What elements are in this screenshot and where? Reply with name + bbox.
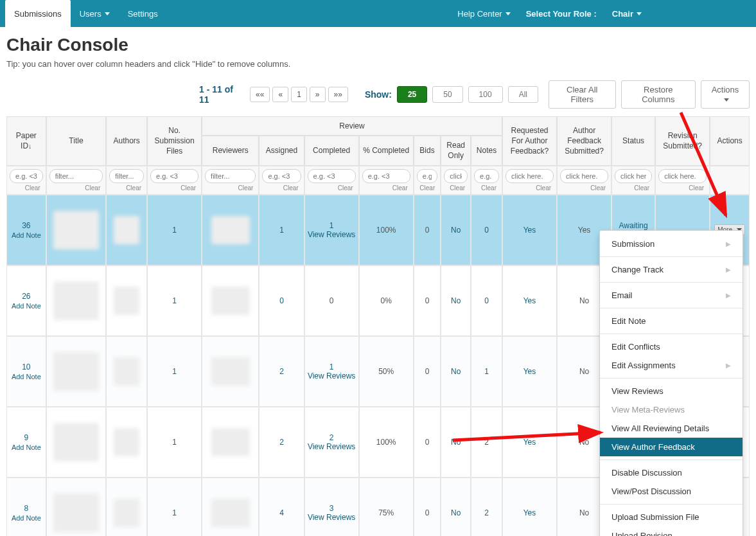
menu-email[interactable]: Email▶ [600,286,743,305]
req-feedback-link[interactable]: Yes [523,508,536,517]
notes-link[interactable]: 1 [484,367,489,376]
readonly-link[interactable]: No [451,226,461,235]
restore-columns-button[interactable]: Restore Columns [621,80,696,109]
menu-view-all-details[interactable]: View All Reviewing Details [600,419,743,438]
view-reviews-link[interactable]: View Reviews [308,230,355,239]
files-link[interactable]: 1 [172,296,177,305]
col-notes[interactable]: Notes [471,136,502,165]
filter-pct[interactable] [362,169,410,183]
clear-filter[interactable]: Clear [262,183,301,192]
readonly-link[interactable]: No [451,296,461,305]
col-authors[interactable]: Authors [106,116,147,166]
menu-upload-submission[interactable]: Upload Submission File [600,508,743,526]
files-link[interactable]: 1 [172,226,177,235]
paper-id-link[interactable]: 9 [10,433,43,442]
tab-submissions[interactable]: Submissions [5,0,71,27]
col-pct[interactable]: % Completed [359,136,414,165]
filter-files[interactable] [150,169,198,183]
menu-submission[interactable]: Submission▶ [600,235,743,253]
filter-assigned[interactable] [262,169,301,183]
filter-rev[interactable] [658,169,707,183]
col-status[interactable]: Status [611,116,655,166]
paper-id-link[interactable]: 36 [10,221,43,230]
col-sub-files[interactable]: No. Submission Files [147,116,202,166]
clear-filter[interactable]: Clear [109,183,144,192]
pagesize-100[interactable]: 100 [468,86,503,103]
menu-view-reviews[interactable]: View Reviews [600,382,743,400]
menu-edit-conflicts[interactable]: Edit Conflicts [600,337,743,356]
readonly-link[interactable]: No [451,508,461,517]
pager-last[interactable]: »» [328,87,348,102]
tab-users[interactable]: Users [71,0,119,27]
clear-filter[interactable]: Clear [444,183,468,192]
col-paper-id[interactable]: Paper ID↓ [6,116,46,166]
clear-filter[interactable]: Clear [560,183,608,192]
menu-edit-assignments[interactable]: Edit Assignments▶ [600,356,743,375]
add-note-link[interactable]: Add Note [10,373,43,380]
assigned-link[interactable]: 1 [279,226,284,235]
filter-title[interactable] [49,169,103,183]
files-link[interactable]: 1 [172,438,177,447]
assigned-link[interactable]: 0 [279,296,284,305]
add-note-link[interactable]: Add Note [10,443,43,451]
filter-completed[interactable] [308,169,356,183]
col-readonly[interactable]: Read Only [441,136,471,165]
req-feedback-link[interactable]: Yes [523,438,536,447]
tab-settings[interactable]: Settings [119,0,167,27]
clear-filter[interactable]: Clear [658,183,707,192]
notes-link[interactable]: 2 [484,438,489,447]
add-note-link[interactable]: Add Note [10,514,43,522]
assigned-link[interactable]: 4 [279,508,284,517]
paper-id-link[interactable]: 10 [10,362,43,371]
filter-bids[interactable] [417,169,438,183]
col-feedback-sub[interactable]: Author Feedback Submitted? [557,116,611,166]
clear-filter[interactable]: Clear [362,183,410,192]
menu-view-post-discussion[interactable]: View/Post Discussion [600,482,743,501]
col-title[interactable]: Title [46,116,107,166]
add-note-link[interactable]: Add Note [10,231,43,239]
view-reviews-link[interactable]: View Reviews [308,371,355,380]
req-feedback-link[interactable]: Yes [523,296,536,305]
menu-edit-note[interactable]: Edit Note [600,312,743,330]
pagesize-25[interactable]: 25 [397,86,427,103]
readonly-link[interactable]: No [451,438,461,447]
clear-filter[interactable]: Clear [205,183,256,192]
req-feedback-link[interactable]: Yes [523,226,536,235]
menu-view-author-feedback[interactable]: View Author Feedback [600,438,743,456]
pagesize-all[interactable]: All [508,86,538,103]
notes-link[interactable]: 0 [484,296,489,305]
files-link[interactable]: 1 [172,367,177,376]
clear-filter[interactable]: Clear [10,183,43,192]
pager-next[interactable]: » [310,87,326,102]
filter-readonly[interactable] [444,169,468,183]
clear-filter[interactable]: Clear [308,183,356,192]
files-link[interactable]: 1 [172,508,177,517]
paper-id-link[interactable]: 26 [10,292,43,301]
paper-id-link[interactable]: 8 [10,504,43,513]
role-selector[interactable]: Chair [603,0,651,27]
pager-first[interactable]: «« [250,87,270,102]
help-center[interactable]: Help Center [448,0,519,27]
pager-page-1[interactable]: 1 [291,87,307,102]
filter-reviewers[interactable] [205,169,256,183]
col-bids[interactable]: Bids [414,136,441,165]
filter-id[interactable] [10,169,43,183]
clear-filter[interactable]: Clear [474,183,499,192]
actions-button[interactable]: Actions [701,80,750,109]
filter-req[interactable] [505,169,554,183]
clear-all-filters-button[interactable]: Clear All Filters [549,80,616,109]
add-note-link[interactable]: Add Note [10,302,43,310]
view-reviews-link[interactable]: View Reviews [308,513,355,522]
clear-filter[interactable]: Clear [150,183,198,192]
filter-authors[interactable] [109,169,144,183]
col-reviewers[interactable]: Reviewers [202,136,259,165]
col-req-feedback[interactable]: Requested For Author Feedback? [502,116,557,166]
menu-upload-revision[interactable]: Upload Revision [600,526,743,536]
filter-status[interactable] [615,169,652,183]
assigned-link[interactable]: 2 [279,438,284,447]
clear-filter[interactable]: Clear [417,183,438,192]
filter-notes[interactable] [474,169,499,183]
clear-filter[interactable]: Clear [49,183,103,192]
view-reviews-link[interactable]: View Reviews [308,442,355,451]
col-rev-sub[interactable]: Revision Submitted? [655,116,710,166]
